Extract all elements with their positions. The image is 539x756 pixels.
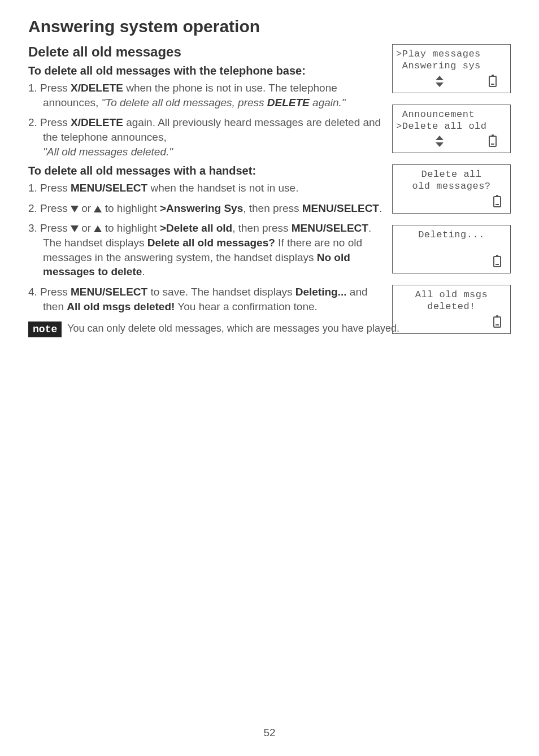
sub1-title: To delete all old messages with the tele… <box>28 64 390 77</box>
text: , then press <box>232 222 292 234</box>
page-title: Answering system operation <box>28 17 390 36</box>
lcd-line: Deleting... <box>396 229 507 241</box>
text: You hear a confirmation tone. <box>175 301 317 312</box>
text: 1. Press <box>28 82 71 94</box>
text: 1. Press <box>28 182 71 194</box>
text: or <box>79 202 94 214</box>
key-xdelete: X/DELETE <box>71 82 123 94</box>
key-xdelete: X/DELETE <box>71 116 123 128</box>
steps-handset: 1. Press MENU/SELECT when the handset is… <box>28 181 390 314</box>
sub2-title: To delete all old messages with a handse… <box>28 164 390 177</box>
text: . <box>142 266 145 277</box>
screen-delete-all-old: Announcement >Delete all old <box>392 105 511 154</box>
menu-item: >Delete all old <box>160 222 232 234</box>
key-delete: DELETE <box>267 97 310 108</box>
lcd-line: >Delete all old <box>396 120 507 132</box>
step-1: 1. Press MENU/SELECT when the handset is… <box>28 181 390 195</box>
up-arrow-icon <box>94 225 102 232</box>
key-select: /SELECT <box>334 202 379 214</box>
quote: "To delete all old messages, press <box>102 97 267 108</box>
steps-base: 1. Press X/DELETE when the phone is not … <box>28 81 390 159</box>
page-number: 52 <box>0 727 539 739</box>
step-2: 2. Press or to highlight >Answering Sys,… <box>28 201 390 216</box>
text: 2. Press <box>28 116 71 128</box>
text: to highlight <box>102 222 159 234</box>
quote: again." <box>310 97 346 108</box>
up-arrow-icon <box>94 206 102 212</box>
text: to save. The handset displays <box>147 286 295 298</box>
quote: "All old messages deleted." <box>43 146 173 158</box>
down-arrow-icon <box>71 225 79 232</box>
lcd-line: Delete all <box>396 168 507 180</box>
lcd-line: old messages? <box>396 180 507 192</box>
screen-play-messages: >Play messages Answering sys <box>392 44 511 93</box>
text: . <box>379 202 382 214</box>
up-down-icon <box>436 136 444 147</box>
step-3: 3. Press or to highlight >Delete all old… <box>28 221 390 279</box>
key-select: SELECT <box>105 182 147 194</box>
lcd-line: All old msgs <box>396 289 507 301</box>
battery-icon <box>493 196 501 207</box>
display-text: Delete all old messages? <box>147 237 275 249</box>
text: , then press <box>243 202 302 214</box>
step-4: 4. Press MENU/SELECT to save. The handse… <box>28 285 390 314</box>
text: 2. Press <box>28 202 71 214</box>
battery-icon <box>489 76 497 87</box>
key-menu: MENU <box>71 286 102 298</box>
lcd-line: >Play messages <box>396 48 507 60</box>
lcd-line <box>396 241 507 253</box>
display-text: All old msgs deleted! <box>67 301 175 312</box>
lcd-line: deleted! <box>396 301 507 312</box>
battery-icon <box>489 136 497 147</box>
note-badge: note <box>28 321 62 337</box>
text: 3. Press <box>28 222 71 234</box>
down-arrow-icon <box>71 206 79 212</box>
section-title: Delete all old messages <box>28 44 390 60</box>
screen-confirm: Delete all old messages? <box>392 164 511 214</box>
battery-icon <box>493 316 501 328</box>
key-menu: MENU/ <box>71 182 105 194</box>
lcd-line: Answering sys <box>396 60 507 72</box>
screen-deleting: Deleting... <box>392 225 511 274</box>
up-down-icon <box>436 76 444 87</box>
text: to highlight <box>102 202 159 214</box>
text: or <box>79 222 94 234</box>
menu-item: >Answering Sys <box>160 202 243 214</box>
key-select: /SELECT <box>102 286 147 298</box>
key-menu: MENU <box>302 202 334 214</box>
display-text: Deleting... <box>295 286 347 298</box>
step-1: 1. Press X/DELETE when the phone is not … <box>28 81 390 110</box>
lcd-line: Announcement <box>396 108 507 120</box>
step-2: 2. Press X/DELETE again. All previously … <box>28 115 390 159</box>
key-select: /SELECT <box>323 222 368 234</box>
battery-icon <box>493 256 501 267</box>
key-menu: MENU <box>292 222 323 234</box>
screen-deleted: All old msgs deleted! <box>392 285 511 334</box>
lcd-screens: >Play messages Answering sys Announcemen… <box>392 44 511 334</box>
text: when the handset is not in use. <box>147 182 298 194</box>
text: 4. Press <box>28 286 71 298</box>
